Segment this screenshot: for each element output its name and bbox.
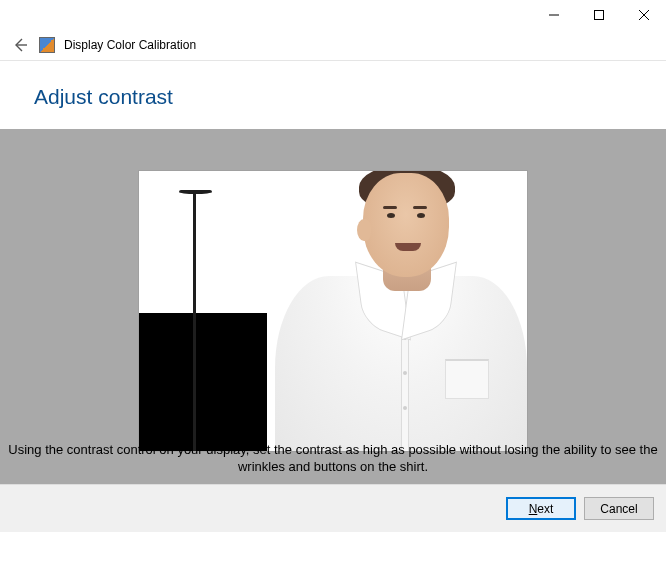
maximize-button[interactable] [576,0,621,30]
window-title: Display Color Calibration [64,38,196,52]
minimize-button[interactable] [531,0,576,30]
content-area: Using the contrast control on your displ… [0,129,666,484]
back-button[interactable] [10,35,30,55]
wizard-footer: Next Cancel [0,484,666,532]
close-button[interactable] [621,0,666,30]
cancel-button[interactable]: Cancel [584,497,654,520]
next-button-rest: ext [537,502,553,516]
page-heading: Adjust contrast [34,85,666,109]
contrast-sample-image [139,171,527,451]
instruction-text: Using the contrast control on your displ… [0,435,666,484]
app-icon [39,37,55,53]
next-button[interactable]: Next [506,497,576,520]
svg-rect-1 [594,11,603,20]
header-bar: Display Color Calibration [0,30,666,61]
window-titlebar [0,0,666,30]
